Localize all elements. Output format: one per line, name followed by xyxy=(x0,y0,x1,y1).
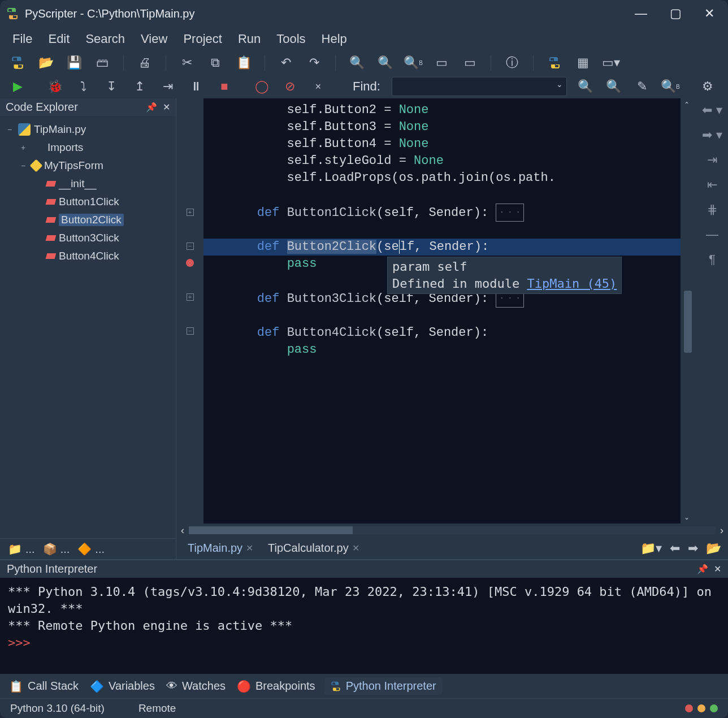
breakpoint-icon[interactable]: ◯ xyxy=(252,77,271,96)
redo-icon[interactable]: ↷ xyxy=(305,53,324,72)
breakpoint-marker[interactable] xyxy=(186,259,194,267)
vertical-scrollbar[interactable]: ⌃ ⌄ xyxy=(681,98,696,524)
search-icon[interactable]: 🔍 xyxy=(347,53,366,72)
close-panel-icon[interactable]: ✕ xyxy=(714,564,721,574)
save-all-icon[interactable]: 🗃 xyxy=(93,53,112,72)
scroll-right-icon[interactable]: › xyxy=(720,525,723,537)
close-button[interactable]: ✕ xyxy=(704,6,714,21)
menu-run[interactable]: Run xyxy=(238,32,261,46)
pin-icon[interactable]: 📌 xyxy=(146,102,157,113)
menu-view[interactable]: View xyxy=(141,32,167,46)
fold-icon[interactable]: + xyxy=(187,209,194,216)
tab-breakpoints[interactable]: 🔴 Breakpoints xyxy=(235,678,318,694)
tabs-folder-icon[interactable]: 📁▾ xyxy=(640,541,662,556)
tab-code-explorer[interactable]: 🔶 ... xyxy=(77,542,105,556)
menu-file[interactable]: File xyxy=(12,32,32,46)
tree-method-init[interactable]: __init__ xyxy=(2,175,174,193)
tab-variables[interactable]: 🔷 Variables xyxy=(88,678,157,694)
nav-back-icon[interactable]: ⬅ ▾ xyxy=(702,103,722,118)
close-panel-icon[interactable]: ✕ xyxy=(163,102,170,113)
settings-icon[interactable]: ⚙ xyxy=(698,77,717,96)
menu-edit[interactable]: Edit xyxy=(48,32,70,46)
replace-icon[interactable]: ▭ xyxy=(460,53,479,72)
file-tab-tipcalc[interactable]: TipCalculator.py✕ xyxy=(263,539,364,557)
file-tab-tipmain[interactable]: TipMain.py✕ xyxy=(183,539,258,557)
fold-icon[interactable]: + xyxy=(187,293,194,301)
copy-icon[interactable]: ⧉ xyxy=(206,53,225,72)
highlight-icon[interactable]: ✎ xyxy=(632,77,652,96)
method-icon xyxy=(46,235,57,241)
nav-forward-icon[interactable]: ➡ ▾ xyxy=(702,128,722,142)
scroll-up-icon[interactable]: ⌃ xyxy=(684,101,690,109)
open-icon[interactable]: 📂 xyxy=(36,53,55,72)
ruler-icon[interactable]: — xyxy=(706,227,718,242)
tab-call-stack[interactable]: 📋 Call Stack xyxy=(7,678,81,694)
fold-icon[interactable]: − xyxy=(187,243,194,250)
tabs-next-icon[interactable]: ➡ xyxy=(688,541,698,556)
find-options-icon[interactable]: 🔍B xyxy=(661,77,680,96)
run-icon[interactable]: ▶ xyxy=(8,77,27,96)
tree-method-b1[interactable]: Button1Click xyxy=(2,193,174,211)
horizontal-scrollbar[interactable]: ‹ › xyxy=(176,524,728,537)
tree-imports[interactable]: + Imports xyxy=(2,139,174,157)
debug-icon[interactable]: 🐞 xyxy=(45,77,64,96)
layout-icon[interactable]: ▦ xyxy=(573,53,592,72)
scroll-down-icon[interactable]: ⌄ xyxy=(684,513,690,521)
tree-method-b4[interactable]: Button4Click xyxy=(2,247,174,265)
cut-icon[interactable]: ✂ xyxy=(177,53,197,72)
tabs-prev-icon[interactable]: ⬅ xyxy=(670,541,680,556)
tab-python-interpreter[interactable]: Python Interpreter xyxy=(324,677,442,695)
chevron-down-icon[interactable]: ⌄ xyxy=(556,80,563,89)
minimize-button[interactable]: — xyxy=(635,6,647,21)
tree-class[interactable]: − MyTipsForm xyxy=(2,157,174,175)
tree-method-b3[interactable]: Button3Click xyxy=(2,229,174,247)
menu-project[interactable]: Project xyxy=(183,32,222,46)
search-in-files-icon[interactable]: 🔍B xyxy=(404,53,423,72)
search-next-icon[interactable]: 🔍 xyxy=(375,53,395,72)
run-to-cursor-icon[interactable]: ⇥ xyxy=(158,77,177,96)
undo-icon[interactable]: ↶ xyxy=(276,53,296,72)
paste-icon[interactable]: 📋 xyxy=(234,53,253,72)
step-over-icon[interactable]: ⤵ xyxy=(73,77,93,96)
find-next-icon[interactable]: 🔍 xyxy=(576,77,595,96)
pin-icon[interactable]: 📌 xyxy=(697,564,708,574)
close-debug-icon[interactable]: ✕ xyxy=(309,77,328,96)
save-icon[interactable]: 💾 xyxy=(64,53,84,72)
menu-search[interactable]: Search xyxy=(85,32,125,46)
tab-file-explorer[interactable]: 📁 ... xyxy=(8,542,35,556)
pause-icon[interactable]: ⏸ xyxy=(187,77,206,96)
close-tab-icon[interactable]: ✕ xyxy=(246,543,253,553)
window-icon[interactable]: ▭▾ xyxy=(601,53,621,72)
close-tab-icon[interactable]: ✕ xyxy=(352,543,359,553)
tab-watches[interactable]: 👁 Watches xyxy=(164,678,228,694)
tab-project[interactable]: 📦 ... xyxy=(43,542,70,556)
tooltip-link[interactable]: TipMain (45) xyxy=(527,276,617,291)
menu-tools[interactable]: Tools xyxy=(276,32,305,46)
tree-method-b2[interactable]: Button2Click xyxy=(2,211,174,229)
step-into-icon[interactable]: ↧ xyxy=(102,77,121,96)
menu-help[interactable]: Help xyxy=(322,32,347,46)
info-icon[interactable]: ⓘ xyxy=(502,53,522,72)
interpreter-output[interactable]: *** Python 3.10.4 (tags/v3.10.4:9d38120,… xyxy=(0,578,728,674)
find-input[interactable]: ⌄ xyxy=(392,77,567,96)
find-panel-icon[interactable]: ▭ xyxy=(432,53,451,72)
app-icon xyxy=(6,7,19,20)
scroll-left-icon[interactable]: ‹ xyxy=(181,525,184,537)
tabs-list-icon[interactable]: 📂 xyxy=(706,541,721,556)
whitespace-icon[interactable]: ⋕ xyxy=(707,202,717,217)
pilcrow-icon[interactable]: ¶ xyxy=(709,252,716,267)
code-editor[interactable]: self.Button2 = None self.Button3 = None … xyxy=(203,98,681,524)
python-icon[interactable] xyxy=(8,53,27,72)
clear-breakpoints-icon[interactable]: ⊘ xyxy=(280,77,300,96)
step-out-icon[interactable]: ↥ xyxy=(130,77,149,96)
outdent-icon[interactable]: ⇤ xyxy=(707,178,717,192)
stop-icon[interactable]: ■ xyxy=(215,77,234,96)
maximize-button[interactable]: ▢ xyxy=(670,6,682,21)
fold-icon[interactable]: − xyxy=(187,327,194,335)
tree-file[interactable]: − TipMain.py xyxy=(2,120,174,139)
method-icon xyxy=(46,181,57,187)
indent-icon[interactable]: ⇥ xyxy=(707,153,717,167)
find-prev-icon[interactable]: 🔍 xyxy=(604,77,623,96)
print-icon[interactable]: 🖨 xyxy=(135,53,154,72)
python-config-icon[interactable] xyxy=(545,53,564,72)
